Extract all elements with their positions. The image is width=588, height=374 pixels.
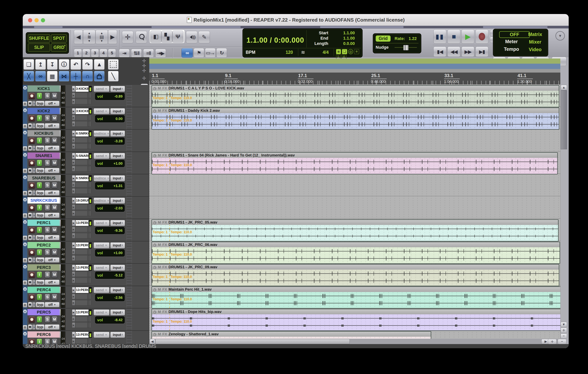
media-item[interactable]: ◷MFXDRUMS1 - Snare 04 (Rick James - Hard…	[152, 152, 558, 174]
track-collapse-button[interactable]: ▼	[23, 265, 27, 269]
track-panel-PERC2[interactable]: ▼⚙PERC2▼ISM✱◑bypoff ▼-24-42-60▶13:PERCE▶…	[23, 241, 149, 264]
record-arm-button[interactable]	[29, 316, 35, 323]
tap-tempo-icon[interactable]: ≋	[301, 49, 305, 55]
track-routing-button[interactable]: ⚙	[23, 146, 27, 151]
item-header[interactable]: ◷MFXDRUMS1 - C A L Y P S O - LOVE KICK.w…	[152, 86, 559, 91]
send-arrow-icon[interactable]: ▶	[72, 153, 75, 159]
waveform-lcd-icon[interactable]: ≋	[336, 49, 341, 54]
record-arm-button[interactable]	[29, 115, 35, 121]
tempo-marker-label[interactable]: Tempo: 1	[153, 96, 168, 100]
play-position-display[interactable]: 1.1.00 / 0:00.000	[246, 36, 304, 44]
record-arm-button[interactable]	[29, 249, 35, 256]
phase-button[interactable]: ◑	[32, 168, 36, 173]
item-fx-button[interactable]: FX	[162, 108, 167, 113]
item-body[interactable]: Tempo: 1Tempo: 110.0	[152, 270, 559, 286]
send-destination[interactable]: 19:DRUMS	[75, 198, 89, 204]
send-arrow-icon[interactable]: ▶	[72, 242, 75, 248]
input-monitor-button[interactable]: I	[37, 204, 42, 211]
stop-button[interactable]: ■	[447, 30, 460, 43]
track-panel-KICK1[interactable]: ▼⚙KICK1▼ISM✱◑bypoff ▼-24-42-60▶3:KICKBU▶…	[23, 85, 149, 107]
marker-band[interactable]	[149, 69, 560, 73]
media-item[interactable]: ◷MFXDRUMS1 - Daddy Kick 2.wavTempo: 1Tem…	[152, 108, 559, 129]
track-fader[interactable]	[126, 264, 132, 286]
track-name[interactable]: PERC6▼	[27, 331, 60, 338]
media-item[interactable]: ◷MFXZenology - Shattered_1.wav	[152, 331, 431, 339]
asterisk-lcd-icon[interactable]: ✱	[354, 49, 359, 54]
item-clock-icon[interactable]: ◷	[153, 287, 156, 292]
fx-star-button[interactable]: ✱	[28, 302, 32, 307]
item-fx-button[interactable]: FX	[162, 86, 167, 90]
waveform-vzoom-button[interactable]: ▲≋▼	[83, 30, 95, 44]
send-mode-button[interactable]: send▼	[94, 153, 109, 159]
item-body[interactable]: Tempo: 1Tempo: 110.0	[152, 314, 560, 331]
prev-transient-button[interactable]: ◀	[74, 30, 83, 44]
item-fx-button[interactable]: FX	[162, 243, 167, 247]
zoom-tool-button[interactable]	[136, 31, 147, 43]
send-mode-button[interactable]: send▼	[94, 332, 109, 338]
input-monitor-button[interactable]: I	[37, 115, 42, 121]
record-arm-button[interactable]	[29, 160, 35, 166]
item-header[interactable]: ◷MFXDRUMS1 - JK_PRC_09.wav	[152, 265, 559, 270]
horizontal-scroll-thumb[interactable]	[155, 339, 350, 344]
page-lcd-icon[interactable]: ❏	[342, 49, 347, 54]
fx-star-button[interactable]: ✱	[28, 235, 32, 240]
bpm-value[interactable]: 120	[286, 50, 293, 55]
item-fx-button[interactable]: FX	[162, 332, 167, 336]
track-routing-button[interactable]: ⚙	[23, 124, 27, 128]
arrange-view[interactable]: ◷MFXDRUMS1 - C A L Y P S O - LOVE KICK.w…	[149, 85, 560, 339]
track-name[interactable]: KICKBUS▼	[27, 130, 60, 136]
track-routing-button[interactable]: ⚙	[23, 102, 27, 106]
track-panel-SNAREBUS[interactable]: ▼⚙SNAREBUS▼ISM✱◑bypoff ▼-24-42-60▶6:SNRK…	[23, 174, 149, 197]
phase-button[interactable]: ◑	[32, 101, 36, 106]
input-button[interactable]: input ⍿	[110, 265, 125, 271]
fx-bypass-button[interactable]: byp	[36, 190, 44, 195]
tempo-marker-label[interactable]: Tempo: 110.0	[170, 96, 192, 100]
fx-bypass-button[interactable]: byp	[36, 280, 44, 285]
send-destination[interactable]: 6:SNRKCK	[75, 130, 89, 137]
volume-display[interactable]: vol-5.12	[95, 272, 125, 279]
item-header[interactable]: ◷MFXZenology - Shattered_1.wav	[152, 331, 431, 337]
send-mode-button[interactable]: send▼	[94, 265, 109, 271]
input-button[interactable]: input ⍿	[110, 130, 125, 137]
solo-button[interactable]: S	[45, 182, 50, 189]
item-mute-button[interactable]: M	[158, 243, 161, 247]
send-destination[interactable]: 13:PERCE	[75, 287, 89, 293]
solo-button[interactable]: S	[45, 271, 50, 278]
send-destination[interactable]: 13:PERCE	[75, 310, 89, 315]
track-name[interactable]: SNAREBUS▼	[27, 175, 60, 181]
undo-button[interactable]: ↶	[71, 59, 81, 70]
track-name[interactable]: SNARE1▼	[27, 152, 60, 159]
item-fx-button[interactable]: FX	[162, 153, 167, 158]
mute-button[interactable]: M	[52, 182, 57, 189]
move-tool-button[interactable]: ✛	[122, 31, 133, 43]
tempo-marker-line[interactable]	[169, 292, 170, 308]
send-destination[interactable]: 13:PERCE	[75, 265, 89, 271]
send-destination[interactable]: 5:SNAREB	[75, 153, 89, 159]
phase-button[interactable]: ◑	[32, 280, 36, 285]
item-header[interactable]: ◷MFXMaintain Perc Hit_1.wav	[152, 287, 560, 292]
volume-display[interactable]: vol+1.31	[95, 182, 125, 190]
automation-mode-button[interactable]: off ▼	[45, 280, 60, 285]
track-routing-button[interactable]: ⚙	[23, 280, 27, 285]
track-panel-PERC3[interactable]: ▼⚙PERC3▼ISM✱◑bypoff ▼-24-42-60▶13:PERCE▶…	[23, 264, 149, 286]
item-mute-button[interactable]: M	[158, 310, 161, 314]
tempo-marker-label[interactable]: Tempo: 1	[153, 118, 168, 122]
scroll-up-button[interactable]: ▲	[561, 85, 567, 90]
tempo-marker-label[interactable]: Tempo: 110.0	[170, 297, 192, 301]
track-collapse-button[interactable]: ▼	[23, 108, 27, 112]
phase-button[interactable]: ◑	[32, 257, 36, 263]
input-monitor-button[interactable]: I	[37, 294, 42, 300]
automation-mode-button[interactable]: off ▼	[45, 123, 60, 128]
item-mute-button[interactable]: M	[158, 288, 161, 292]
track-collapse-button[interactable]: ▼	[23, 332, 27, 336]
automation-mode-button[interactable]: off ▼	[45, 101, 60, 106]
view-matrix-button[interactable]: Matrix	[524, 32, 546, 37]
record-arm-button[interactable]	[29, 271, 35, 278]
automation-mode-button[interactable]: off ▼	[45, 168, 60, 173]
send-mode-button[interactable]: snd/rcv▼	[94, 130, 109, 137]
input-button[interactable]: input ⍿	[110, 108, 125, 114]
input-monitor-button[interactable]: I	[37, 160, 42, 166]
automation-mode-button[interactable]: off ▼	[45, 324, 60, 330]
mute-button[interactable]: M	[52, 160, 57, 166]
sel-start-value[interactable]: 1.1.00	[332, 31, 355, 35]
